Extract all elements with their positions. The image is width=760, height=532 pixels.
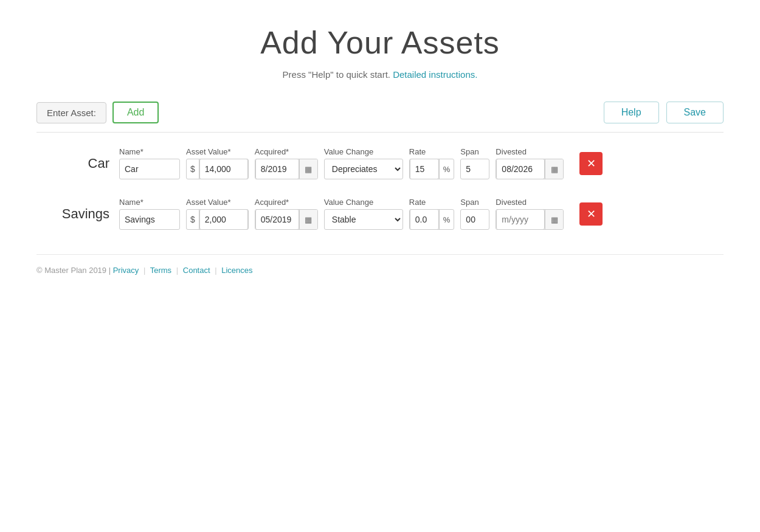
rate-input-savings[interactable] bbox=[410, 209, 439, 230]
span-label-savings: Span bbox=[460, 198, 489, 207]
value-label-car: Asset Value* bbox=[186, 147, 249, 156]
field-group-name-car: Name* bbox=[119, 147, 180, 179]
field-group-rate-car: Rate % bbox=[409, 147, 455, 179]
contact-link[interactable]: Contact bbox=[183, 266, 210, 275]
field-group-span-savings: Span bbox=[460, 198, 489, 230]
acquired-label-car: Acquired* bbox=[255, 147, 318, 156]
toolbar-right: Help Save bbox=[604, 102, 724, 123]
copyright: © Master Plan 2019 | bbox=[36, 266, 111, 275]
field-group-divested-savings: Divested ▦ bbox=[496, 198, 564, 230]
dollar-sign-savings: $ bbox=[187, 210, 199, 229]
percent-sign-car: % bbox=[439, 159, 454, 179]
name-input-car[interactable] bbox=[119, 159, 180, 179]
toolbar-left: Enter Asset: Add bbox=[36, 102, 159, 123]
value-label-savings: Asset Value* bbox=[186, 198, 249, 207]
assets-section: Car Name* Asset Value* $ bbox=[36, 147, 724, 230]
field-group-acquired-savings: Acquired* ▦ bbox=[255, 198, 318, 230]
privacy-link[interactable]: Privacy bbox=[113, 266, 139, 275]
field-group-acquired-car: Acquired* ▦ bbox=[255, 147, 318, 179]
value-change-label-savings: Value Change bbox=[324, 198, 403, 207]
span-input-car[interactable] bbox=[460, 159, 489, 179]
field-group-divested-car: Divested ▦ bbox=[496, 147, 564, 179]
name-label-car: Name* bbox=[119, 147, 180, 156]
sep2: | bbox=[176, 266, 178, 275]
help-button[interactable]: Help bbox=[604, 102, 659, 123]
licences-link[interactable]: Licences bbox=[221, 266, 252, 275]
divested-wrapper-car: ▦ bbox=[496, 159, 564, 179]
sep1: | bbox=[143, 266, 145, 275]
asset-row-savings: Savings Name* Asset Value* $ bbox=[36, 198, 724, 230]
divested-label-savings: Divested bbox=[496, 198, 564, 207]
asset-label-savings: Savings bbox=[36, 206, 109, 222]
asset-value-wrapper-car: $ bbox=[186, 159, 249, 179]
divested-calendar-btn-car[interactable]: ▦ bbox=[545, 159, 563, 179]
enter-asset-label: Enter Asset: bbox=[36, 102, 106, 123]
sep3: | bbox=[215, 266, 216, 275]
field-group-value-change-car: Value Change Stable Depreciates Apprecia… bbox=[324, 147, 403, 179]
span-input-savings[interactable] bbox=[460, 209, 489, 230]
divested-label-car: Divested bbox=[496, 147, 564, 156]
rate-label-car: Rate bbox=[409, 147, 455, 156]
field-group-rate-savings: Rate % bbox=[409, 198, 455, 230]
calendar-icon-car: ▦ bbox=[305, 165, 312, 174]
divested-wrapper-savings: ▦ bbox=[496, 209, 564, 230]
delete-icon-car: ✕ bbox=[587, 157, 596, 170]
acquired-label-savings: Acquired* bbox=[255, 198, 318, 207]
value-change-label-car: Value Change bbox=[324, 147, 403, 156]
rate-label-savings: Rate bbox=[409, 198, 455, 207]
acquired-calendar-btn-car[interactable]: ▦ bbox=[299, 159, 317, 179]
calendar-icon-divested-savings: ▦ bbox=[551, 215, 558, 224]
delete-icon-savings: ✕ bbox=[587, 207, 596, 221]
rate-input-car[interactable] bbox=[410, 159, 439, 179]
asset-label-car: Car bbox=[36, 156, 109, 171]
value-change-select-car[interactable]: Stable Depreciates Appreciates bbox=[324, 159, 403, 179]
calendar-icon-divested-car: ▦ bbox=[551, 165, 558, 174]
field-group-span-car: Span bbox=[460, 147, 489, 179]
field-group-value-car: Asset Value* $ bbox=[186, 147, 249, 179]
field-group-value-change-savings: Value Change Stable Depreciates Apprecia… bbox=[324, 198, 403, 230]
calendar-icon-acquired-savings: ▦ bbox=[305, 215, 312, 224]
asset-value-input-car[interactable] bbox=[199, 159, 248, 179]
name-label-savings: Name* bbox=[119, 198, 180, 207]
span-label-car: Span bbox=[460, 147, 489, 156]
add-button[interactable]: Add bbox=[112, 102, 159, 123]
delete-button-car[interactable]: ✕ bbox=[579, 152, 603, 175]
asset-value-wrapper-savings: $ bbox=[186, 209, 249, 230]
delete-button-savings[interactable]: ✕ bbox=[579, 202, 603, 226]
asset-row-car: Car Name* Asset Value* $ bbox=[36, 147, 724, 179]
detailed-instructions-link[interactable]: Detailed instructions. bbox=[393, 69, 477, 80]
acquired-input-car[interactable] bbox=[255, 159, 299, 179]
footer: © Master Plan 2019 | Privacy | Terms | C… bbox=[36, 254, 724, 275]
field-group-name-savings: Name* bbox=[119, 198, 180, 230]
value-change-select-savings[interactable]: Stable Depreciates Appreciates bbox=[324, 209, 403, 230]
acquired-input-savings[interactable] bbox=[255, 209, 299, 230]
acquired-wrapper-savings: ▦ bbox=[255, 209, 318, 230]
percent-sign-savings: % bbox=[439, 210, 454, 229]
rate-wrapper-savings: % bbox=[409, 209, 455, 230]
save-button[interactable]: Save bbox=[666, 102, 724, 123]
name-input-savings[interactable] bbox=[119, 209, 180, 230]
asset-value-input-savings[interactable] bbox=[199, 209, 248, 230]
page-subtitle: Press "Help" to quick start. Detailed in… bbox=[36, 69, 724, 80]
dollar-sign-car: $ bbox=[187, 159, 199, 179]
terms-link[interactable]: Terms bbox=[150, 266, 171, 275]
acquired-wrapper-car: ▦ bbox=[255, 159, 318, 179]
subtitle-static: Press "Help" to quick start. bbox=[283, 69, 390, 80]
page-title: Add Your Assets bbox=[36, 24, 724, 61]
divested-input-car[interactable] bbox=[496, 159, 545, 179]
toolbar: Enter Asset: Add Help Save bbox=[36, 102, 724, 133]
rate-wrapper-car: % bbox=[409, 159, 455, 179]
divested-input-savings[interactable] bbox=[496, 209, 545, 230]
divested-calendar-btn-savings[interactable]: ▦ bbox=[545, 210, 563, 229]
field-group-value-savings: Asset Value* $ bbox=[186, 198, 249, 230]
acquired-calendar-btn-savings[interactable]: ▦ bbox=[299, 210, 317, 229]
